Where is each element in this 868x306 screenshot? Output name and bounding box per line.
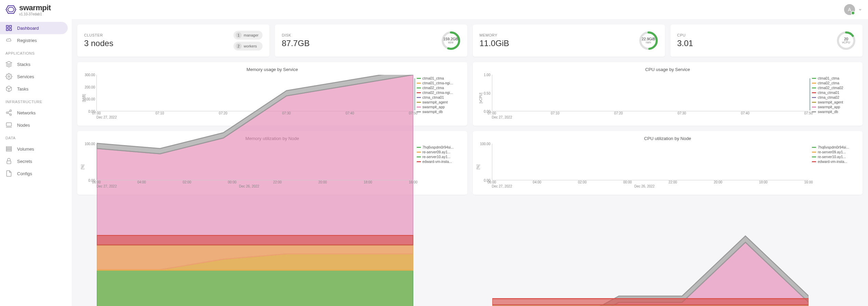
legend-item[interactable]: re-server09.ay1... [812,150,856,154]
legend-item[interactable]: swarmpit_app [417,105,461,109]
cluster-value: 3 nodes [84,39,113,48]
svg-point-10 [6,112,8,114]
sidebar-item-label: Tasks [17,86,28,92]
sidebar-item-tasks[interactable]: Tasks [0,83,68,95]
svg-marker-1 [8,8,14,12]
share-icon [5,109,12,116]
legend-item[interactable]: edward-vm-insta... [417,159,461,164]
legend-item[interactable]: swarmpit_db [812,110,856,114]
svg-point-9 [10,110,12,112]
cube-icon [5,85,12,92]
legend-item[interactable]: 7hq6vspdm0r94si... [417,145,461,149]
chart-legend: 7hq6vspdm0r94si...re-server09.ay1...re-s… [417,144,461,190]
svg-rect-3 [10,26,12,28]
svg-rect-19 [7,161,11,164]
svg-rect-5 [10,29,12,31]
nav-section-title: DATA [0,131,72,143]
storage-icon [5,145,12,152]
svg-rect-16 [6,147,12,148]
legend-item[interactable]: swarmpit_app [812,105,856,109]
cpu-ring: 20vCPU [837,31,856,50]
cpu-value: 3.01 [677,39,693,48]
disk-card: DISK 87.7GB 159.2GBsize [275,25,467,57]
sidebar-item-label: Configs [17,171,32,176]
cpu-card: CPU 3.01 20vCPU [670,25,863,57]
svg-point-7 [8,76,10,78]
sidebar-item-label: Stacks [17,62,30,67]
cluster-card: CLUSTER 3 nodes 1manager2workers [77,25,269,57]
dashboard-icon [5,25,12,31]
legend-item[interactable]: ctma_ctma01 [417,95,461,99]
chart-title: Memory usage by Service [83,67,461,72]
legend-item[interactable]: re-server09.ay1... [417,150,461,154]
app-header: swarmpit v1.10-37edab1 A [0,0,868,19]
svg-rect-17 [6,148,12,149]
legend-scrollbar[interactable] [414,78,415,111]
sidebar-item-dashboard[interactable]: Dashboard [0,22,68,34]
sidebar-item-networks[interactable]: Networks [0,107,68,119]
disk-label: DISK [282,33,309,37]
memory-ring: 22.9GiBram [639,31,658,50]
sidebar-item-services[interactable]: Services [0,70,68,83]
legend-item[interactable]: ctma02_ctma [812,81,856,85]
nav-section-title: APPLICATIONS [0,46,72,58]
chart-plot[interactable]: [vCPU] 0.000.501.00 07:0007:1007:2007:30… [479,75,809,121]
svg-rect-2 [6,26,9,28]
legend-scrollbar[interactable] [809,78,811,111]
sidebar-item-stacks[interactable]: Stacks [0,58,68,70]
legend-item[interactable]: ctma02_ctma02 [812,86,856,90]
sidebar-item-label: Networks [17,110,36,115]
legend-item[interactable]: swarmpit_db [417,110,461,114]
chevron-down-icon[interactable] [858,7,863,12]
sidebar-item-volumes[interactable]: Volumes [0,143,68,155]
legend-item[interactable]: ctma_ctma02 [812,95,856,99]
legend-item[interactable]: ctma01_ctma [812,76,856,80]
chart-plot[interactable]: [MiB] 0.00100.00200.00300.00 07:0007:100… [83,75,413,121]
nav-section-title: INFRASTRUCTURE [0,95,72,107]
sidebar-item-label: Volumes [17,147,34,152]
legend-item[interactable]: ctma_ctma01 [812,91,856,95]
legend-item[interactable]: re-server10.ay1... [812,155,856,159]
legend-item[interactable]: ctma02_ctma [417,86,461,90]
memory-card: MEMORY 11.0GiB 22.9GiBram [473,25,665,57]
legend-item[interactable]: 7hq6vspdm0r94si... [812,145,856,149]
sidebar-item-configs[interactable]: Configs [0,167,68,180]
sidebar-item-nodes[interactable]: Nodes [0,119,68,131]
chart-legend: ctma01_ctmactma02_ctmactma02_ctma02ctma_… [812,75,856,121]
lock-icon [5,158,12,165]
legend-item[interactable]: swarmpit_agent [417,100,461,104]
layers-icon [5,61,12,68]
svg-rect-4 [6,29,9,31]
memory-label: MEMORY [480,33,509,37]
svg-line-12 [8,113,10,114]
main-content: CLUSTER 3 nodes 1manager2workers DISK 87… [72,0,868,306]
sidebar-item-secrets[interactable]: Secrets [0,155,68,167]
avatar[interactable]: A [844,4,855,15]
sidebar-item-registries[interactable]: Registries [0,34,68,46]
sidebar-item-label: Secrets [17,159,32,164]
chart-title: CPU usage by Service [479,67,857,72]
version-text: v1.10-37edab1 [19,12,51,16]
legend-item[interactable]: ctma01_ctma [417,76,461,80]
chart-mem-svc: Memory usage by Service [MiB] 0.00100.00… [77,62,467,126]
chart-cpu-svc: CPU usage by Service [vCPU] 0.000.501.00… [473,62,863,126]
svg-marker-42 [97,270,413,306]
cluster-badge: 2workers [233,42,263,51]
legend-item[interactable]: swarmpit_agent [812,100,856,104]
svg-rect-14 [6,123,12,126]
logo[interactable]: swarmpit v1.10-37edab1 [5,3,51,16]
cloud-icon [5,37,12,44]
chart-legend: 7hq6vspdm0r94si...re-server09.ay1...re-s… [812,144,856,190]
legend-item[interactable]: ctma01_ctma-ngi... [417,81,461,85]
sidebar-item-label: Dashboard [17,26,39,31]
legend-item[interactable]: re-server10.ay1... [417,155,461,159]
legend-item[interactable]: edward-vm-insta... [812,159,856,164]
legend-item[interactable]: ctma02_ctma-ngi... [417,91,461,95]
memory-value: 11.0GiB [480,39,509,48]
chart-plot[interactable]: [%] 0.00100.00 06:0004:0002:0000:0022:00… [83,144,413,190]
chart-plot[interactable]: [%] 0.00100.00 06:0004:0002:0000:0022:00… [479,144,809,190]
svg-marker-6 [6,61,12,64]
cluster-badge: 1manager [233,31,263,40]
svg-rect-18 [6,150,12,151]
sidebar-item-label: Registries [17,38,37,43]
